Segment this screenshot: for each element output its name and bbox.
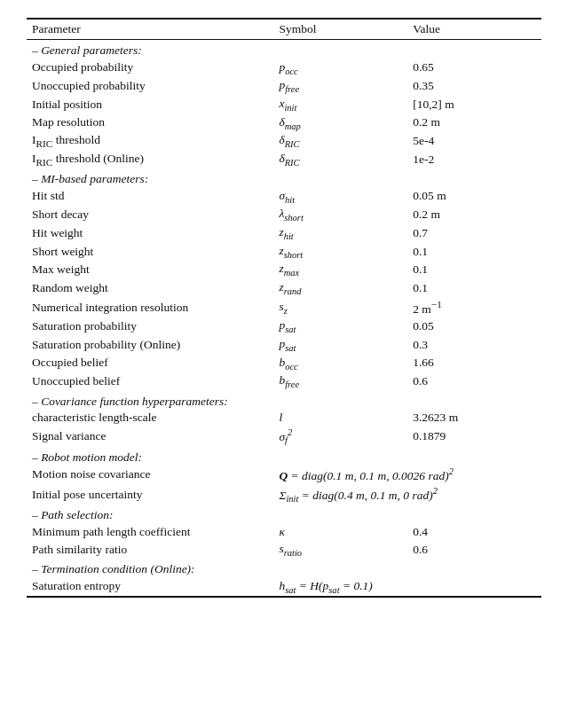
param-value: 0.05 xyxy=(407,317,541,336)
section-header-row: – General parameters: xyxy=(27,40,541,59)
table-row: Numerical integration resolutionsz2 m−1 xyxy=(27,297,541,317)
param-value: 0.65 xyxy=(407,59,541,77)
table-row: IRIC thresholdδRIC5e-4 xyxy=(27,132,541,151)
table-row: Occupied probabilitypocc0.65 xyxy=(27,59,541,77)
param-name: Short weight xyxy=(27,242,273,261)
param-name: Random weight xyxy=(27,279,273,298)
param-value: 0.35 xyxy=(407,77,541,96)
param-symbol: κ xyxy=(273,523,407,540)
param-name: Signal variance xyxy=(27,427,273,447)
param-name: Path similarity ratio xyxy=(27,540,273,559)
param-name: Initial position xyxy=(27,95,273,114)
param-symbol: l xyxy=(273,410,407,427)
table-row: Short decayλshort0.2 m xyxy=(27,206,541,224)
table-row: Occupied beliefbocc1.66 xyxy=(27,354,541,372)
param-name: Occupied probability xyxy=(27,59,273,77)
section-label: – MI-based parameters: xyxy=(27,168,541,187)
param-value: 0.4 xyxy=(407,523,541,540)
param-name: Max weight xyxy=(27,261,273,279)
table-row: Short weightzshort0.1 xyxy=(27,242,541,261)
param-name: characteristic length-scale xyxy=(27,410,273,427)
param-name: Occupied belief xyxy=(27,354,273,372)
header-parameter: Parameter xyxy=(27,19,273,40)
param-value: [10,2] m xyxy=(407,95,541,114)
table-row: Random weightzrand0.1 xyxy=(27,279,541,298)
section-header-row: – MI-based parameters: xyxy=(27,168,541,187)
param-name: Unoccupied belief xyxy=(27,372,273,391)
table-row: Hit stdσhit0.05 m xyxy=(27,187,541,206)
table-row: Max weightzmax0.1 xyxy=(27,261,541,279)
param-name: Minimum path length coefficient xyxy=(27,523,273,540)
parameter-table: Parameter Symbol Value – General paramet… xyxy=(27,18,541,598)
param-symbol: δRIC xyxy=(273,150,407,168)
param-symbol: pfree xyxy=(273,77,407,96)
header-value: Value xyxy=(407,19,541,40)
table-row: Minimum path length coefficientκ0.4 xyxy=(27,523,541,540)
table-row: characteristic length-scalel3.2623 m xyxy=(27,410,541,427)
param-symbol: zhit xyxy=(273,224,407,243)
param-symbol: δmap xyxy=(273,114,407,132)
section-header-row: – Robot motion model: xyxy=(27,447,541,466)
table-row: IRIC threshold (Online)δRIC1e-2 xyxy=(27,150,541,168)
param-symbol: bfree xyxy=(273,372,407,391)
param-symbol: σf2 xyxy=(273,427,407,447)
param-value: 0.2 m xyxy=(407,206,541,224)
param-value: 0.1 xyxy=(407,261,541,279)
param-value: 1e-2 xyxy=(407,150,541,168)
param-value: 3.2623 m xyxy=(407,410,541,427)
param-symbol: δRIC xyxy=(273,132,407,151)
param-symbol: zshort xyxy=(273,242,407,261)
param-value: 0.05 m xyxy=(407,187,541,206)
table-row: Signal varianceσf20.1879 xyxy=(27,427,541,447)
param-symbol: Σinit = diag(0.4 m, 0.1 m, 0 rad)2 xyxy=(273,484,541,505)
param-symbol: Q = diag(0.1 m, 0.1 m, 0.0026 rad)2 xyxy=(273,466,541,485)
param-symbol: pocc xyxy=(273,59,407,77)
param-symbol: sratio xyxy=(273,540,407,559)
section-label: – Robot motion model: xyxy=(27,447,541,466)
param-value: 1.66 xyxy=(407,354,541,372)
param-name: Numerical integration resolution xyxy=(27,297,273,317)
section-header-row: – Path selection: xyxy=(27,505,541,523)
section-header-row: – Termination condition (Online): xyxy=(27,559,541,577)
table-row: Unoccupied probabilitypfree0.35 xyxy=(27,77,541,96)
param-name: Initial pose uncertainty xyxy=(27,484,273,505)
section-label: – Termination condition (Online): xyxy=(27,559,541,577)
param-symbol: bocc xyxy=(273,354,407,372)
param-value: 0.1879 xyxy=(407,427,541,447)
table-row: Unoccupied beliefbfree0.6 xyxy=(27,372,541,391)
param-name: Saturation probability (Online) xyxy=(27,335,273,354)
param-value: 0.3 xyxy=(407,335,541,354)
section-header-row: – Covariance function hyperparameters: xyxy=(27,391,541,410)
param-symbol: xinit xyxy=(273,95,407,114)
table-row: Motion noise covarianceQ = diag(0.1 m, 0… xyxy=(27,466,541,485)
param-name: IRIC threshold (Online) xyxy=(27,150,273,168)
table-row: Saturation entropyhsat = H(psat = 0.1) xyxy=(27,577,541,597)
section-label: – Path selection: xyxy=(27,505,541,523)
param-value: 0.6 xyxy=(407,540,541,559)
param-name: Unoccupied probability xyxy=(27,77,273,96)
section-label: – General parameters: xyxy=(27,40,541,59)
param-symbol: zrand xyxy=(273,279,407,298)
table-row: Saturation probabilitypsat0.05 xyxy=(27,317,541,336)
param-symbol: hsat = H(psat = 0.1) xyxy=(273,577,541,597)
table-row: Saturation probability (Online)psat0.3 xyxy=(27,335,541,354)
param-symbol: psat xyxy=(273,317,407,336)
param-name: Map resolution xyxy=(27,114,273,132)
param-symbol: sz xyxy=(273,297,407,317)
table-row: Initial positionxinit[10,2] m xyxy=(27,95,541,114)
param-symbol: σhit xyxy=(273,187,407,206)
param-name: Saturation probability xyxy=(27,317,273,336)
param-name: IRIC threshold xyxy=(27,132,273,151)
param-value: 2 m−1 xyxy=(407,297,541,317)
table-row: Map resolutionδmap0.2 m xyxy=(27,114,541,132)
param-value: 0.1 xyxy=(407,279,541,298)
table-row: Path similarity ratiosratio0.6 xyxy=(27,540,541,559)
param-name: Motion noise covariance xyxy=(27,466,273,485)
param-name: Short decay xyxy=(27,206,273,224)
param-value: 5e-4 xyxy=(407,132,541,151)
section-label: – Covariance function hyperparameters: xyxy=(27,391,541,410)
param-name: Hit std xyxy=(27,187,273,206)
param-symbol: λshort xyxy=(273,206,407,224)
param-symbol: psat xyxy=(273,335,407,354)
param-symbol: zmax xyxy=(273,261,407,279)
